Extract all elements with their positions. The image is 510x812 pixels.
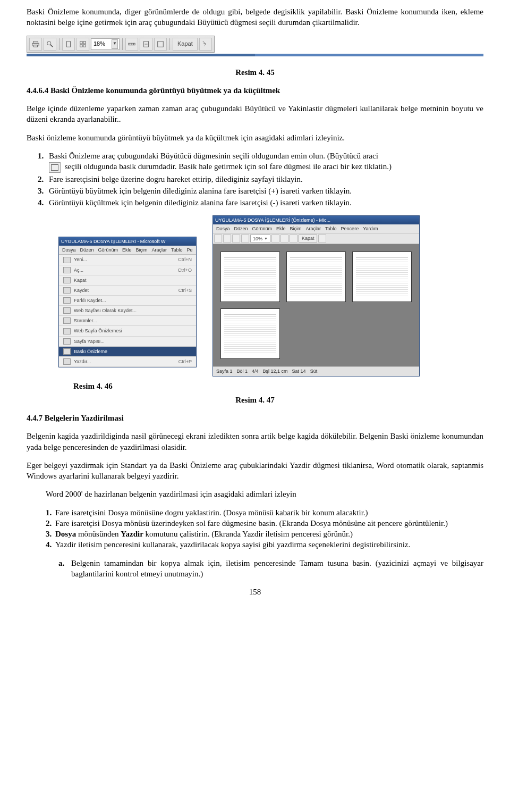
- menu-item[interactable]: Biçim: [290, 225, 302, 232]
- svg-rect-7: [83, 41, 86, 43]
- fullscreen-icon[interactable]: [154, 38, 167, 51]
- dropdown-item[interactable]: Aç...Ctrl+O: [59, 265, 196, 275]
- close-button[interactable]: Kapat: [173, 38, 198, 51]
- status-cell: Sat 14: [292, 368, 306, 374]
- menu-item[interactable]: Dosya: [216, 225, 230, 232]
- close-button[interactable]: Kapat: [299, 235, 318, 242]
- sec447-steps: 1.Fare isaretçisini Dosya mönüsüne dogru…: [46, 507, 483, 550]
- dropdown-item[interactable]: KaydetCtrl+S: [59, 286, 196, 296]
- menu-item-icon: [63, 338, 71, 345]
- menu-item[interactable]: Biçim: [136, 247, 148, 253]
- menu-item-label: Yeni...: [74, 256, 178, 263]
- zoom-combo[interactable]: 18% ▼: [91, 38, 120, 50]
- shrink-to-fit-icon[interactable]: [280, 235, 288, 242]
- svg-rect-5: [67, 41, 71, 47]
- w47-titlebar: UYGULAMA-5 DOSYA İŞLEMLERİ (Önizleme) - …: [213, 216, 419, 224]
- toolbar-underline: [27, 54, 483, 56]
- one-page-icon[interactable]: [232, 235, 240, 242]
- sec464-steps: Baski Önizleme araç çubugundaki Büyütücü…: [46, 150, 483, 208]
- print-icon[interactable]: [214, 235, 222, 242]
- dropdown-item[interactable]: Farklı Kaydet...: [59, 296, 196, 306]
- menu-item-icon: [63, 267, 71, 273]
- magnifier-icon[interactable]: [44, 38, 56, 51]
- menu-item-icon: [63, 287, 71, 294]
- menu-item-icon: [63, 307, 71, 314]
- dropdown-item[interactable]: Baskı Önizleme: [59, 347, 196, 357]
- page-number: 158: [27, 587, 483, 597]
- menu-item[interactable]: Yardım: [363, 225, 378, 232]
- multi-page-icon[interactable]: [241, 235, 249, 242]
- page-thumbnail[interactable]: [220, 308, 280, 359]
- dropdown-item[interactable]: Yazdır...Ctrl+P: [59, 357, 196, 367]
- svg-line-4: [50, 44, 53, 46]
- sub-marker: a.: [58, 558, 71, 580]
- menu-item[interactable]: Dosya: [62, 247, 76, 253]
- dropdown-item[interactable]: Web Sayfası Olarak Kaydet...: [59, 306, 196, 316]
- menu-item-label: Web Sayfası Olarak Kaydet...: [74, 307, 192, 314]
- menu-item[interactable]: Tablo: [171, 247, 183, 253]
- list-item: Görüntüyü küçültmek için belgenin diledi…: [46, 197, 483, 208]
- dropdown-item[interactable]: Yeni...Ctrl+N: [59, 255, 196, 265]
- step-text: Baski Önizleme araç çubugundaki Büyütücü…: [49, 152, 378, 160]
- menu-item[interactable]: Araçlar: [152, 247, 167, 253]
- figures-row: UYGULAMA-5 DOSYA İŞLEMLERİ - Microsoft W…: [27, 215, 483, 376]
- step-marker: 2.: [46, 518, 55, 529]
- menu-item-shortcut: Ctrl+S: [178, 287, 192, 294]
- page-thumbnail[interactable]: [220, 252, 280, 302]
- step-text: Görüntüyü büyütmek için belgenin diledig…: [49, 187, 352, 195]
- menu-item-label: Kapat: [74, 277, 192, 283]
- w46-titlebar: UYGULAMA-5 DOSYA İŞLEMLERİ - Microsoft W: [59, 237, 196, 246]
- menu-item[interactable]: Ekle: [276, 225, 286, 232]
- ruler-icon[interactable]: [125, 38, 138, 51]
- page-thumbnail[interactable]: [352, 252, 412, 302]
- menu-item-icon: [63, 317, 71, 324]
- heading-4464: 4.4.6.4 Baski Önizleme konumunda görüntü…: [27, 85, 483, 96]
- dropdown-item[interactable]: Sayfa Yapısı...: [59, 337, 196, 347]
- menu-item-label: Farklı Kaydet...: [74, 297, 192, 304]
- sec447-sublist: a. Belgenin tamamindan bir kopya almak i…: [58, 558, 483, 580]
- print-icon[interactable]: [29, 38, 42, 51]
- toolbar-separator: [122, 38, 123, 50]
- menu-item-label: Baskı Önizleme: [74, 348, 192, 355]
- caption-46: Resim 4. 46: [73, 381, 483, 391]
- page-thumbnail[interactable]: [286, 252, 346, 302]
- status-cell: Sayfa 1: [216, 368, 233, 374]
- fullscreen-icon[interactable]: [290, 235, 298, 242]
- close-button-label: Kapat: [177, 40, 193, 48]
- status-cell: Süt: [310, 368, 318, 374]
- menu-item-shortcut: Ctrl+P: [178, 358, 192, 365]
- menu-item-icon: [63, 297, 71, 304]
- menu-item[interactable]: Pencere: [341, 225, 359, 232]
- menu-item[interactable]: Araçlar: [306, 225, 321, 232]
- help-icon[interactable]: ?: [199, 38, 212, 51]
- dropdown-item[interactable]: Kapat: [59, 275, 196, 286]
- menu-item[interactable]: Pe: [187, 247, 193, 253]
- menu-item[interactable]: Ekle: [122, 247, 132, 253]
- one-page-icon[interactable]: [62, 38, 75, 51]
- chevron-down-icon[interactable]: ▼: [112, 39, 118, 49]
- w46-dropdown: Yeni...Ctrl+NAç...Ctrl+OKapatKaydetCtrl+…: [59, 255, 196, 367]
- step-text-cont: seçili oldugunda basik durumdadir. Basik…: [65, 162, 392, 171]
- zoom-combo[interactable]: 10%▼: [250, 235, 270, 242]
- multi-page-icon[interactable]: [76, 38, 89, 51]
- magnifier-icon[interactable]: [223, 235, 231, 242]
- menu-item[interactable]: Düzen: [80, 247, 94, 253]
- w47-inner-toolbar: 10%▼ Kapat: [213, 233, 419, 244]
- ruler-icon[interactable]: [271, 235, 279, 242]
- dropdown-item[interactable]: Web Sayfa Önizlemesi: [59, 326, 196, 336]
- dropdown-item[interactable]: Sürümler...: [59, 316, 196, 326]
- menu-item[interactable]: Tablo: [325, 225, 337, 232]
- menu-item-label: Yazdır...: [74, 358, 178, 365]
- menu-item-icon: [63, 328, 71, 334]
- menu-item[interactable]: Görünüm: [252, 225, 273, 232]
- help-icon[interactable]: [318, 235, 326, 242]
- menu-item-label: Sürümler...: [74, 317, 192, 324]
- shrink-to-fit-icon[interactable]: [140, 38, 152, 51]
- svg-rect-8: [80, 44, 82, 46]
- menu-item[interactable]: Görünüm: [98, 247, 118, 253]
- sec464-p1: Belge içinde düzenleme yaparken zaman za…: [27, 103, 483, 125]
- menu-item[interactable]: Düzen: [234, 225, 248, 232]
- print-preview-toolbar: 18% ▼ Kapat ?: [27, 36, 215, 53]
- figure-46-wrap: UYGULAMA-5 DOSYA İŞLEMLERİ - Microsoft W…: [58, 237, 197, 367]
- list-item: a. Belgenin tamamindan bir kopya almak i…: [58, 558, 483, 580]
